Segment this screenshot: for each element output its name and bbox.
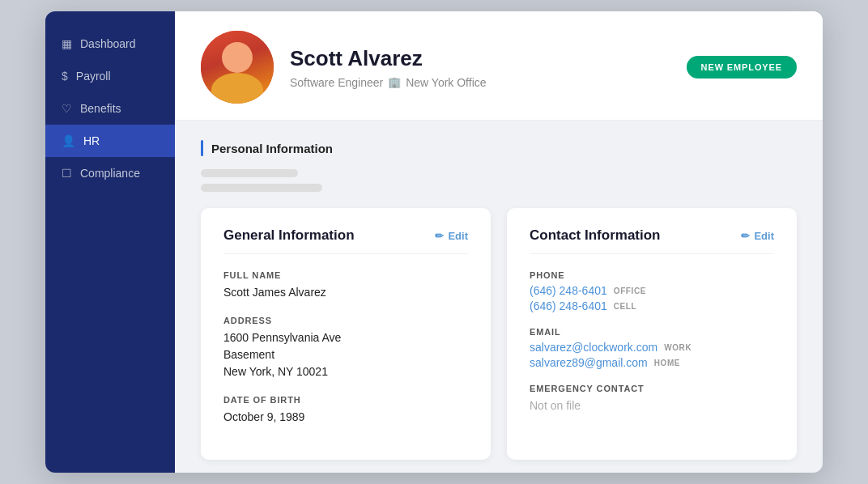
sidebar-item-benefits[interactable]: ♡ Benefits (45, 92, 175, 125)
personal-info-title: Personal Information (211, 142, 333, 155)
profile-header: Scott Alvarez Software Engineer 🏢 New Yo… (175, 11, 823, 121)
emergency-label: EMERGENCY CONTACT (530, 384, 774, 393)
edit-pencil-icon: ✏ (435, 230, 444, 242)
dollar-icon: $ (62, 70, 68, 83)
sidebar-item-dashboard[interactable]: ▦ Dashboard (45, 28, 175, 60)
email-home-tag: HOME (654, 359, 680, 367)
phone-office-number[interactable]: (646) 248-6401 (530, 284, 607, 297)
field-address: ADDRESS 1600 Pennsylvania AveBasementNew… (223, 316, 468, 380)
new-employee-button[interactable]: NEW EMPLOYEE (687, 56, 797, 79)
email-label: EMAIL (530, 327, 774, 337)
phone-cell-row: (646) 248-6401 CELL (530, 299, 774, 312)
sidebar-label-hr: HR (83, 134, 100, 147)
full-name-label: FULL NAME (223, 270, 468, 280)
email-home-address[interactable]: salvarez89@gmail.com (530, 356, 648, 369)
email-work-tag: WORK (664, 343, 691, 352)
field-phone: PHONE (646) 248-6401 OFFICE (646) 248-64… (530, 270, 774, 312)
skeleton-line-2 (201, 184, 322, 192)
profile-info: Scott Alvarez Software Engineer 🏢 New Yo… (290, 46, 670, 89)
address-label: ADDRESS (223, 316, 468, 325)
general-info-card-header: General Information ✏ Edit (223, 227, 468, 254)
section-accent (201, 140, 203, 156)
building-icon: 🏢 (388, 76, 401, 88)
contact-info-card: Contact Information ✏ Edit PHONE (646) 2… (507, 208, 797, 460)
general-info-title: General Information (223, 227, 355, 244)
content-body: Personal Information General Information… (175, 121, 823, 473)
sidebar-label-compliance: Compliance (80, 167, 140, 180)
phone-office-row: (646) 248-6401 OFFICE (530, 284, 774, 297)
main-content: Scott Alvarez Software Engineer 🏢 New Yo… (175, 11, 823, 473)
field-email: EMAIL salvarez@clockwork.com WORK salvar… (530, 327, 774, 369)
phone-cell-number[interactable]: (646) 248-6401 (530, 299, 607, 312)
phone-label: PHONE (530, 270, 774, 280)
dashboard-icon: ▦ (62, 37, 72, 50)
emergency-value: Not on file (530, 397, 774, 414)
full-name-value: Scott James Alvarez (223, 284, 468, 301)
general-info-card: General Information ✏ Edit FULL NAME Sco… (201, 208, 491, 460)
contact-info-edit-button[interactable]: ✏ Edit (741, 230, 774, 242)
sidebar-item-hr[interactable]: 👤 HR (45, 125, 175, 157)
sidebar-label-benefits: Benefits (80, 102, 121, 115)
app-container: ▦ Dashboard $ Payroll ♡ Benefits 👤 HR ☐ … (45, 11, 823, 473)
skeleton-placeholder (201, 169, 797, 192)
avatar-image (201, 31, 274, 104)
field-emergency: EMERGENCY CONTACT Not on file (530, 384, 774, 414)
heart-icon: ♡ (62, 102, 72, 115)
address-value: 1600 Pennsylvania AveBasementNew York, N… (223, 329, 468, 380)
contact-info-card-header: Contact Information ✏ Edit (530, 227, 774, 254)
sidebar-item-compliance[interactable]: ☐ Compliance (45, 157, 175, 189)
sidebar: ▦ Dashboard $ Payroll ♡ Benefits 👤 HR ☐ … (45, 11, 175, 473)
skeleton-line-1 (201, 169, 298, 177)
phone-cell-tag: CELL (614, 302, 637, 311)
field-dob: DATE OF BIRTH October 9, 1989 (223, 395, 468, 426)
dob-value: October 9, 1989 (223, 409, 468, 426)
person-icon: 👤 (62, 134, 75, 147)
cards-row: General Information ✏ Edit FULL NAME Sco… (201, 208, 797, 460)
email-home-row: salvarez89@gmail.com HOME (530, 356, 774, 369)
contact-edit-pencil-icon: ✏ (741, 230, 750, 242)
profile-title: Software Engineer (290, 76, 383, 89)
sidebar-label-dashboard: Dashboard (80, 37, 136, 50)
profile-name: Scott Alvarez (290, 46, 670, 71)
sidebar-label-payroll: Payroll (76, 70, 111, 83)
profile-office: New York Office (406, 76, 486, 89)
general-info-edit-button[interactable]: ✏ Edit (435, 230, 468, 242)
sidebar-item-payroll[interactable]: $ Payroll (45, 60, 175, 92)
email-work-row: salvarez@clockwork.com WORK (530, 341, 774, 354)
dob-label: DATE OF BIRTH (223, 395, 468, 405)
contact-info-title: Contact Information (530, 227, 661, 244)
email-work-address[interactable]: salvarez@clockwork.com (530, 341, 657, 354)
contact-info-edit-label: Edit (754, 230, 774, 242)
phone-office-tag: OFFICE (614, 287, 646, 295)
clipboard-icon: ☐ (62, 167, 72, 180)
field-full-name: FULL NAME Scott James Alvarez (223, 270, 468, 301)
personal-info-section: Personal Information (201, 140, 797, 156)
avatar (201, 31, 274, 104)
profile-meta: Software Engineer 🏢 New York Office (290, 76, 670, 89)
general-info-edit-label: Edit (448, 230, 468, 242)
